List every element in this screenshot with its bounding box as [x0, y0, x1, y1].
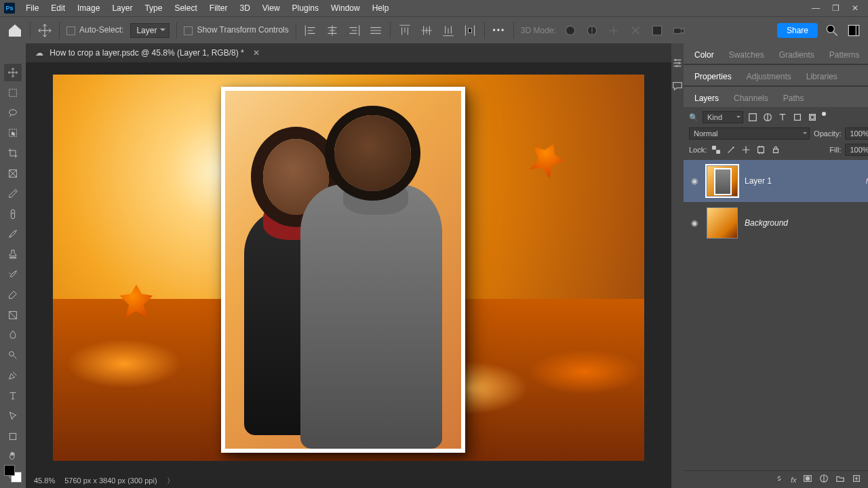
layer-row[interactable]: ◉ Background 🔒	[684, 202, 868, 244]
lock-all-icon[interactable]	[770, 144, 781, 155]
crop-tool[interactable]	[4, 144, 22, 162]
layer-thumbnail[interactable]	[707, 165, 738, 197]
comments-icon[interactable]	[671, 80, 684, 92]
marquee-tool[interactable]	[4, 84, 22, 102]
tab-properties[interactable]: Properties	[688, 68, 738, 85]
dodge-tool[interactable]	[4, 346, 22, 364]
layer1-frame[interactable]	[221, 87, 465, 453]
tab-adjustments[interactable]: Adjustments	[740, 68, 798, 85]
align-right-icon[interactable]	[347, 23, 361, 38]
new-layer-icon[interactable]	[852, 474, 861, 485]
visibility-toggle-icon[interactable]: ◉	[689, 218, 700, 228]
adjust-sliders-icon[interactable]	[671, 57, 684, 69]
home-icon[interactable]	[7, 22, 23, 39]
pen-tool[interactable]	[4, 367, 22, 384]
auto-select-target-dropdown[interactable]: Layer	[130, 23, 170, 38]
transform-controls-check[interactable]: Show Transform Controls	[184, 25, 288, 35]
layer-thumbnail[interactable]	[707, 207, 738, 239]
tab-paths[interactable]: Paths	[776, 89, 811, 107]
menu-help[interactable]: Help	[367, 1, 395, 15]
frame-tool[interactable]	[4, 165, 22, 182]
align-top-icon[interactable]	[397, 23, 412, 38]
opacity-field[interactable]: 100%	[845, 127, 868, 140]
align-left-icon[interactable]	[303, 23, 318, 38]
brush-tool[interactable]	[4, 226, 22, 243]
menu-3d[interactable]: 3D	[234, 1, 255, 15]
search-icon[interactable]	[825, 23, 840, 38]
shape-tool[interactable]	[4, 428, 22, 445]
share-button[interactable]: Share	[777, 23, 818, 38]
document-tab[interactable]: ☁ How to crop a layer.psdc @ 45.8% (Laye…	[35, 48, 260, 58]
stamp-tool[interactable]	[4, 245, 22, 263]
minimize-icon[interactable]: —	[812, 3, 820, 13]
filter-shape-icon[interactable]	[792, 112, 803, 123]
more-options-icon[interactable]: •••	[492, 23, 507, 38]
tab-patterns[interactable]: Patterns	[823, 46, 867, 64]
menu-file[interactable]: File	[20, 1, 44, 15]
filter-toggle-icon[interactable]	[822, 112, 826, 116]
type-tool[interactable]	[4, 387, 22, 405]
maximize-icon[interactable]: ❐	[832, 3, 840, 13]
menu-window[interactable]: Window	[326, 1, 366, 15]
align-bottom-icon[interactable]	[441, 23, 456, 38]
adjustment-layer-icon[interactable]	[819, 474, 829, 485]
gradient-tool[interactable]	[4, 306, 22, 324]
layer-name[interactable]: Layer 1	[745, 176, 859, 186]
fx-icon[interactable]: fx	[791, 476, 797, 484]
tab-gradients[interactable]: Gradients	[772, 46, 821, 64]
more-align-icon[interactable]	[368, 23, 383, 38]
fill-field[interactable]: 100%	[845, 144, 868, 156]
tab-color[interactable]: Color	[688, 46, 721, 64]
lock-transparent-icon[interactable]	[711, 144, 722, 155]
history-brush-tool[interactable]	[4, 266, 22, 283]
lock-artboard-icon[interactable]	[755, 144, 766, 155]
menu-image[interactable]: Image	[72, 1, 105, 15]
status-caret-icon[interactable]: 〉	[167, 476, 174, 486]
canvas[interactable]	[53, 75, 644, 461]
hand-tool[interactable]	[4, 447, 22, 465]
visibility-toggle-icon[interactable]: ◉	[689, 176, 700, 186]
workspace-icon[interactable]	[846, 23, 861, 38]
move-tool[interactable]	[4, 64, 22, 81]
zoom-readout[interactable]: 45.8%	[34, 476, 55, 485]
distribute-icon[interactable]	[462, 23, 477, 38]
layer-filter-dropdown[interactable]: Kind	[703, 111, 743, 123]
mask-icon[interactable]	[803, 474, 812, 485]
menu-view[interactable]: View	[257, 1, 285, 15]
menu-plugins[interactable]: Plugins	[287, 1, 324, 15]
blend-mode-dropdown[interactable]: Normal	[689, 127, 810, 140]
tab-channels[interactable]: Channels	[727, 89, 775, 107]
filter-type-icon[interactable]	[777, 112, 788, 123]
layer-name[interactable]: Background	[745, 218, 861, 228]
filter-smart-icon[interactable]	[807, 112, 818, 123]
blur-tool[interactable]	[4, 327, 22, 344]
link-layers-icon[interactable]	[774, 474, 784, 485]
tab-layers[interactable]: Layers	[688, 89, 726, 107]
object-select-tool[interactable]	[4, 124, 22, 142]
lock-position-icon[interactable]	[741, 144, 751, 155]
eraser-tool[interactable]	[4, 286, 22, 304]
align-center-h-icon[interactable]	[325, 23, 340, 38]
eyedropper-tool[interactable]	[4, 185, 22, 203]
layer-row[interactable]: ◉ Layer 1 fx ˅	[684, 160, 868, 202]
close-tab-icon[interactable]: ✕	[253, 48, 260, 58]
menu-edit[interactable]: Edit	[45, 1, 71, 15]
menu-layer[interactable]: Layer	[106, 1, 138, 15]
menu-select[interactable]: Select	[169, 1, 202, 15]
align-middle-v-icon[interactable]	[419, 23, 434, 38]
filter-adjust-icon[interactable]	[762, 112, 773, 123]
menu-filter[interactable]: Filter	[204, 1, 233, 15]
path-select-tool[interactable]	[4, 407, 22, 425]
doc-dimensions[interactable]: 5760 px x 3840 px (300 ppi)	[64, 476, 157, 485]
filter-pixel-icon[interactable]	[747, 112, 758, 123]
tab-swatches[interactable]: Swatches	[722, 46, 771, 64]
menu-type[interactable]: Type	[139, 1, 167, 15]
auto-select-check[interactable]: Auto-Select:	[66, 25, 123, 35]
healing-tool[interactable]	[4, 205, 22, 223]
tab-libraries[interactable]: Libraries	[800, 68, 844, 85]
close-icon[interactable]: ✕	[852, 3, 859, 13]
group-icon[interactable]	[835, 474, 845, 485]
lasso-tool[interactable]	[4, 104, 22, 122]
color-swatches[interactable]	[4, 465, 22, 483]
lock-pixels-icon[interactable]	[726, 144, 736, 155]
